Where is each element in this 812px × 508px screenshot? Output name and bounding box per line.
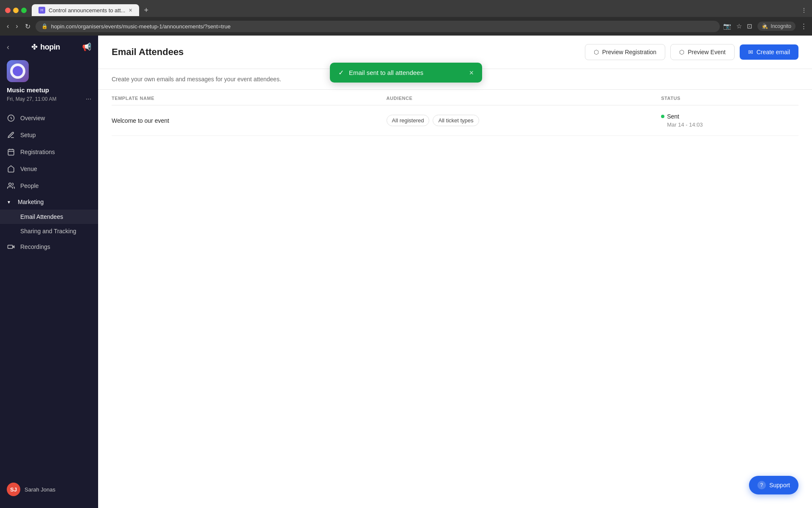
toast-message: Email sent to all attendees [349, 69, 464, 76]
tab-close-btn[interactable]: × [129, 7, 132, 14]
refresh-btn[interactable]: ↻ [23, 21, 32, 32]
badge-all-registered: All registered [387, 115, 430, 126]
checkmark-icon: ✓ [338, 69, 344, 77]
email-attendees-label: Email Attendees [20, 213, 63, 220]
toast-close-btn[interactable]: × [469, 69, 474, 77]
avatar-image [7, 60, 29, 82]
sidebar-item-registrations[interactable]: Registrations [0, 144, 98, 160]
incognito-label: Incognito [771, 23, 791, 29]
email-table: TEMPLATE NAME AUDIENCE STATUS Welcome to… [98, 90, 812, 508]
setup-label: Setup [20, 132, 36, 138]
sidebar-back-btn[interactable]: ‹ [7, 43, 9, 52]
minimize-window-btn[interactable] [13, 8, 19, 13]
window-controls [5, 8, 27, 13]
active-tab[interactable]: H Control announcements to att... × [32, 4, 139, 16]
new-tab-btn[interactable]: + [143, 6, 151, 15]
external-link-icon-2: ⬡ [679, 49, 684, 55]
preview-registration-btn[interactable]: ⬡ Preview Registration [585, 44, 665, 60]
event-more-btn[interactable]: ··· [86, 95, 91, 103]
marketing-label: Marketing [18, 199, 44, 205]
maximize-window-btn[interactable] [21, 8, 27, 13]
sidebar-item-recordings[interactable]: Recordings [0, 238, 98, 255]
address-actions: 📷 ☆ ⊡ 🕵 Incognito ⋮ [723, 22, 807, 31]
marketing-chevron-icon: ▼ [7, 200, 11, 204]
avatar-shape [10, 64, 25, 79]
tab-bar: H Control announcements to att... × + ⋮ [0, 0, 812, 17]
sidebar: ‹ ✤ hopin 📢 Music meetup Fri, May 27, 11… [0, 36, 98, 508]
sidebar-user: SJ Sarah Jonas [0, 478, 98, 501]
tab-favicon: H [38, 7, 45, 14]
col-audience: AUDIENCE [387, 96, 661, 101]
overview-icon [7, 114, 15, 122]
support-btn[interactable]: ? Support [749, 476, 798, 494]
badge-all-ticket-types: All ticket types [433, 115, 479, 126]
event-avatar [7, 60, 29, 82]
people-label: People [20, 182, 39, 189]
url-bar[interactable]: 🔒 hopin.com/organisers/events/music-meet… [36, 21, 720, 32]
main-content: Email Attendees ⬡ Preview Registration ⬡… [98, 36, 812, 508]
status-sent: Sent [661, 113, 798, 120]
event-name: Music meetup [7, 86, 91, 94]
recordings-label: Recordings [20, 243, 50, 250]
setup-icon [7, 131, 15, 139]
event-info: Music meetup Fri, May 27, 11:00 AM ··· [0, 57, 98, 110]
support-icon: ? [757, 481, 766, 489]
back-btn[interactable]: ‹ [5, 21, 11, 32]
venue-label: Venue [20, 166, 37, 172]
registrations-label: Registrations [20, 149, 55, 155]
envelope-icon: ✉ [748, 49, 753, 55]
recordings-icon [7, 243, 15, 251]
forward-btn[interactable]: › [14, 21, 19, 32]
bookmark-icon[interactable]: ☆ [736, 22, 742, 30]
sidebar-item-overview[interactable]: Overview [0, 110, 98, 127]
tab-title: Control announcements to att... [49, 7, 125, 14]
svg-rect-1 [8, 149, 14, 155]
url-text: hopin.com/organisers/events/music-meetup… [51, 23, 231, 30]
col-template-name: TEMPLATE NAME [112, 96, 387, 101]
external-link-icon: ⬡ [594, 49, 599, 55]
table-header: TEMPLATE NAME AUDIENCE STATUS [112, 90, 798, 105]
camera-off-icon: 📷 [723, 22, 731, 30]
toast-notification: ✓ Email sent to all attendees × [330, 63, 482, 83]
nav-section: Overview Setup Registrations Venue [0, 110, 98, 478]
split-screen-icon[interactable]: ⊡ [747, 22, 752, 30]
user-name: Sarah Jonas [25, 486, 55, 493]
sidebar-item-setup[interactable]: Setup [0, 127, 98, 144]
close-window-btn[interactable] [5, 8, 11, 13]
sidebar-item-email-attendees[interactable]: Email Attendees [0, 210, 98, 224]
preview-event-btn[interactable]: ⬡ Preview Event [670, 44, 734, 60]
create-email-label: Create email [757, 49, 790, 55]
svg-rect-3 [8, 245, 13, 248]
sidebar-item-people[interactable]: People [0, 177, 98, 194]
more-options-icon[interactable]: ⋮ [801, 22, 807, 30]
event-date-text: Fri, May 27, 11:00 AM [7, 96, 56, 102]
sidebar-item-sharing-tracking[interactable]: Sharing and Tracking [0, 224, 98, 238]
incognito-badge: 🕵 Incognito [757, 22, 796, 31]
lock-icon: 🔒 [41, 23, 48, 29]
template-name-cell: Welcome to our event [112, 117, 387, 124]
sidebar-header: ‹ ✤ hopin 📢 [0, 36, 98, 57]
user-avatar: SJ [7, 483, 20, 496]
sharing-tracking-label: Sharing and Tracking [20, 228, 76, 235]
browser-chrome: H Control announcements to att... × + ⋮ … [0, 0, 812, 36]
preview-registration-label: Preview Registration [602, 49, 656, 55]
preview-event-label: Preview Event [688, 49, 725, 55]
sidebar-item-marketing[interactable]: ▼ Marketing [0, 194, 98, 210]
tab-menu-btn[interactable]: ⋮ [801, 7, 807, 14]
table-row: Welcome to our event All registered All … [112, 105, 798, 136]
user-initials: SJ [10, 486, 17, 493]
status-cell: Sent Mar 14 - 14:03 [661, 113, 798, 128]
status-dot-green [661, 115, 664, 118]
col-status: STATUS [661, 96, 798, 101]
svg-point-2 [9, 183, 11, 185]
overview-label: Overview [20, 115, 45, 121]
notification-btn[interactable]: 📢 [82, 42, 91, 52]
create-email-btn[interactable]: ✉ Create email [740, 44, 798, 60]
logo-area: ✤ hopin [31, 42, 60, 52]
sidebar-item-venue[interactable]: Venue [0, 160, 98, 177]
support-label: Support [769, 482, 790, 489]
logo-text: hopin [40, 43, 60, 52]
event-date-row: Fri, May 27, 11:00 AM ··· [7, 95, 91, 103]
header-actions: ⬡ Preview Registration ⬡ Preview Event ✉… [585, 44, 798, 60]
description-text: Create your own emails and messages for … [112, 76, 281, 83]
